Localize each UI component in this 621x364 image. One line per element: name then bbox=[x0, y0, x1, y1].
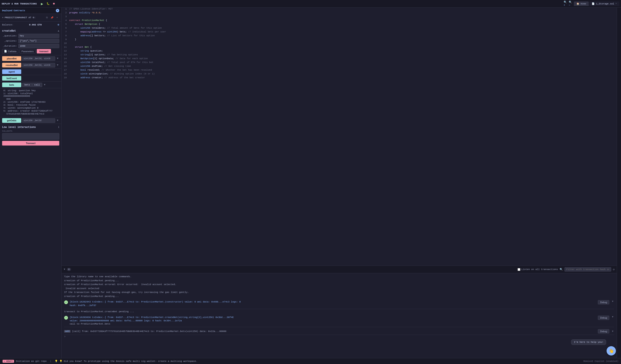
close-contract-icon[interactable]: × bbox=[55, 16, 59, 20]
balance-row: Balance: 0.002 ETH ⊕ bbox=[0, 22, 61, 28]
run-icon[interactable]: ▶ bbox=[40, 1, 44, 6]
zoom-out-icon[interactable]: 🔍− bbox=[569, 1, 573, 6]
parameters-button[interactable]: Parameters bbox=[19, 49, 35, 53]
tx1-success-icon: ✓ bbox=[64, 300, 68, 304]
contracts-count-badge: ● bbox=[56, 9, 59, 12]
options-label: _options: bbox=[2, 40, 17, 42]
code-line-13: 13 string[2] options; // Two betting opt… bbox=[62, 53, 617, 57]
createbet-header: createBet ▲ bbox=[2, 30, 59, 32]
tx1-debug-button[interactable]: Debug bbox=[598, 300, 609, 304]
createbet-buttons: 📄 Calldata Parameters transact bbox=[2, 49, 59, 53]
terminal-clear-icon[interactable]: ⊘ bbox=[613, 268, 615, 271]
call1-debug-button[interactable]: Debug bbox=[598, 329, 609, 333]
resolvebet-button[interactable]: resolveBet bbox=[2, 63, 21, 67]
code-line-11: 11 struct Bet { bbox=[62, 46, 617, 50]
code-line-16: 16 uint256 endTime; // Bet closing time bbox=[62, 65, 617, 69]
listen-all-checkbox-row: Listen on all transactions bbox=[518, 268, 558, 271]
contract-name: PREDICTIONMARKET AT 0: bbox=[5, 16, 44, 19]
tab-home[interactable]: 🏠 Home bbox=[574, 1, 589, 6]
placebet-chevron-icon[interactable]: ▼ bbox=[56, 57, 59, 60]
tx1-success-row: ✓ [block:16202943 txIndex:-] from: 0xD37… bbox=[64, 299, 614, 309]
bets-result-4: 4: uint8: winningOption 0 bbox=[2, 107, 59, 110]
file-icon-small: 📄 bbox=[4, 50, 7, 53]
contract-chevron-icon[interactable]: ▼ bbox=[2, 16, 3, 19]
pin-contract-icon[interactable]: 📌 bbox=[50, 16, 54, 20]
resolvebet-param-input[interactable] bbox=[22, 63, 55, 67]
terminal-search-icon[interactable]: 🔍 bbox=[560, 268, 563, 271]
getodds-button[interactable]: getOdds bbox=[2, 118, 21, 123]
code-line-6: 6 uint256 totalBets; // Total amount of … bbox=[62, 27, 617, 31]
term-createbet-pending: transact to PredictionMarket.createBet p… bbox=[64, 310, 614, 314]
tx2-hash2: value: 200000000000000000000 wei data: 0… bbox=[70, 319, 596, 323]
tab-file[interactable]: 📄 1_Storage.sol × bbox=[589, 1, 619, 6]
terminal-collapse-icon[interactable]: ▼ bbox=[64, 268, 65, 271]
low-level-transact-button[interactable]: Transact bbox=[2, 141, 59, 145]
getodds-param-input[interactable] bbox=[22, 118, 55, 123]
transact-button[interactable]: transact bbox=[37, 49, 51, 53]
bets-chevron-icon[interactable]: ▼ bbox=[43, 83, 46, 86]
agent-button[interactable]: agent bbox=[2, 69, 21, 74]
betcount-button[interactable]: betCount bbox=[2, 76, 21, 81]
tab-close-icon[interactable]: × bbox=[616, 2, 617, 5]
duration-row: _duration: bbox=[2, 44, 59, 48]
bets-result-1: 1: uint256: totalPool 200000000000000000… bbox=[2, 92, 59, 97]
file-icon: 📄 bbox=[592, 2, 595, 5]
low-level-title: Low level interactions bbox=[2, 126, 36, 129]
call1-expand-icon[interactable]: ▼ bbox=[611, 330, 614, 332]
placebet-row: placeBet ▼ bbox=[0, 55, 61, 62]
balance-value: 0.002 ETH bbox=[29, 24, 42, 26]
options-input[interactable] bbox=[18, 39, 59, 43]
term-line-8: If the transaction failed for not having… bbox=[64, 291, 614, 294]
terminal-filter-input[interactable] bbox=[565, 267, 611, 271]
resolvebet-chevron-icon[interactable]: ▼ bbox=[56, 64, 59, 67]
zoom-in-icon[interactable]: 🔍+ bbox=[564, 1, 568, 6]
record-icon[interactable]: ⏺ bbox=[52, 1, 56, 6]
tx2-debug-button[interactable]: Debug bbox=[598, 316, 609, 320]
low-level-info-icon[interactable]: ℹ bbox=[58, 126, 59, 129]
chat-icon: 👋 bbox=[609, 348, 614, 354]
terminal-divider: ▼ 0 Listen on all transactions 🔍 ⊘ bbox=[62, 266, 617, 273]
code-line-18: 18 uint8 winningOption; // Winning optio… bbox=[62, 73, 617, 76]
duration-input[interactable] bbox=[18, 44, 59, 48]
getodds-chevron-icon[interactable]: ▼ bbox=[56, 119, 59, 122]
balance-plus-icon[interactable]: ⊕ bbox=[58, 23, 59, 27]
createbet-section: createBet ▲ _question: _options: _durati… bbox=[0, 28, 61, 55]
deployed-contracts-header: Deployed Contracts ● bbox=[0, 8, 61, 14]
chat-bubble: I'm here to help you! bbox=[571, 339, 606, 345]
copy-contract-icon[interactable]: ⧉ bbox=[45, 16, 49, 20]
createbet-chevron-icon[interactable]: ▲ bbox=[58, 30, 59, 32]
question-input[interactable] bbox=[18, 34, 59, 38]
chat-button[interactable]: 👋 bbox=[606, 346, 616, 356]
git-label[interactable]: Initialize as git repo bbox=[16, 360, 47, 363]
calldata-label: CALLDATA bbox=[2, 130, 59, 132]
code-line-5: 5 struct BetOption { bbox=[62, 23, 617, 27]
tx2-success-row: ✓ [block:16203036 txIndex:-] from: 0xD37… bbox=[64, 314, 614, 327]
tx1-hash: [block:16202943 txIndex:-] from: 0xD37..… bbox=[70, 300, 596, 304]
terminal-prompt bbox=[64, 335, 614, 339]
tx1-content: [block:16202943 txIndex:-] from: 0xD37..… bbox=[70, 300, 596, 307]
placebet-param-input[interactable] bbox=[22, 56, 55, 61]
tx1-expand-icon[interactable]: ▼ bbox=[611, 300, 614, 303]
bets-button[interactable]: bets bbox=[2, 82, 21, 87]
tab-bar: 🔍+ 🔍− 🏠 Home 📄 1_Storage.sol × bbox=[564, 1, 619, 6]
calldata-button[interactable]: 📄 Calldata bbox=[2, 49, 18, 53]
listen-all-checkbox[interactable] bbox=[518, 268, 520, 271]
term-line-2: creation of PredictionMarket pending... bbox=[64, 279, 614, 283]
code-line-1: 1 // SPDX-License-Identifier: MIT bbox=[62, 8, 617, 12]
listen-all-label: Listen on all transactions bbox=[521, 268, 558, 271]
bets-result-1b: 000 bbox=[2, 97, 59, 101]
tx2-expand-icon[interactable]: ▼ bbox=[611, 316, 614, 318]
question-label: _question: bbox=[2, 34, 17, 37]
calldata-field[interactable] bbox=[2, 133, 59, 140]
terminal-output[interactable]: Type the library name to see available c… bbox=[62, 273, 617, 358]
contract-header: ▼ PREDICTIONMARKET AT 0: ⧉ 📌 × bbox=[0, 14, 61, 22]
debug-icon[interactable]: 🐛 bbox=[46, 1, 50, 6]
did-you-know-label: 💡 Did you know? bbox=[59, 360, 82, 363]
bets-row: bets bets - call ▼ bbox=[0, 82, 61, 88]
tx2-hash: [block:16203036 txIndex:-] from: 0xD37..… bbox=[70, 316, 596, 319]
placebet-button[interactable]: placeBet bbox=[2, 56, 21, 61]
code-line-2: 2 pragma solidity ^0.8.0; bbox=[62, 12, 617, 15]
code-line-14: 14 BetOption[2] optionData; // Data for … bbox=[62, 57, 617, 61]
tx2-success-icon: ✓ bbox=[64, 316, 68, 320]
agent-row: agent bbox=[0, 68, 61, 75]
